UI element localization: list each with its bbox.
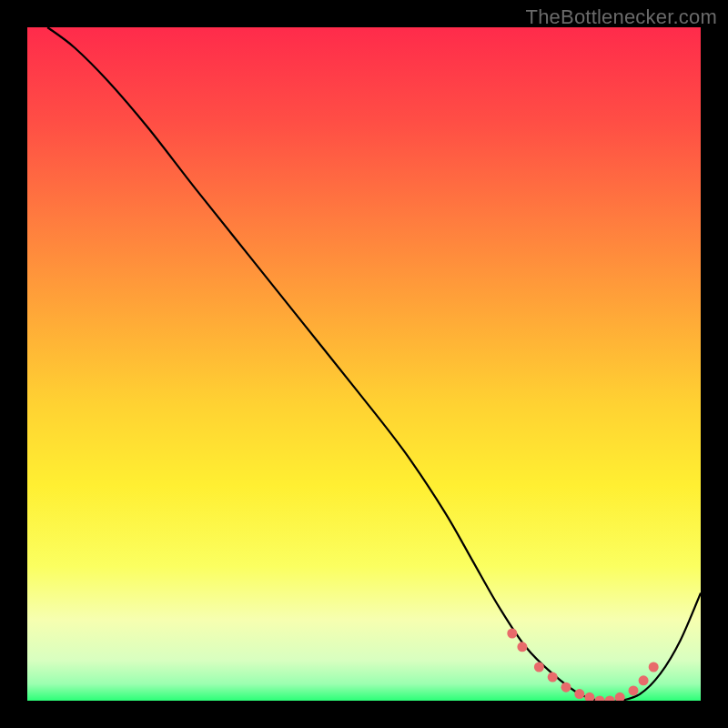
gradient-background (27, 27, 701, 701)
marker-dot (629, 685, 639, 695)
chart-svg (27, 27, 701, 701)
marker-dot (649, 662, 659, 672)
marker-dot (507, 629, 517, 639)
marker-dot (517, 642, 527, 652)
chart-plot-area (27, 27, 701, 701)
marker-dot (574, 689, 584, 699)
chart-container: TheBottlenecker.com (0, 0, 728, 728)
watermark-label: TheBottlenecker.com (526, 5, 717, 29)
marker-dot (534, 662, 544, 672)
marker-dot (561, 682, 571, 693)
marker-dot (548, 672, 558, 682)
marker-dot (639, 675, 649, 685)
